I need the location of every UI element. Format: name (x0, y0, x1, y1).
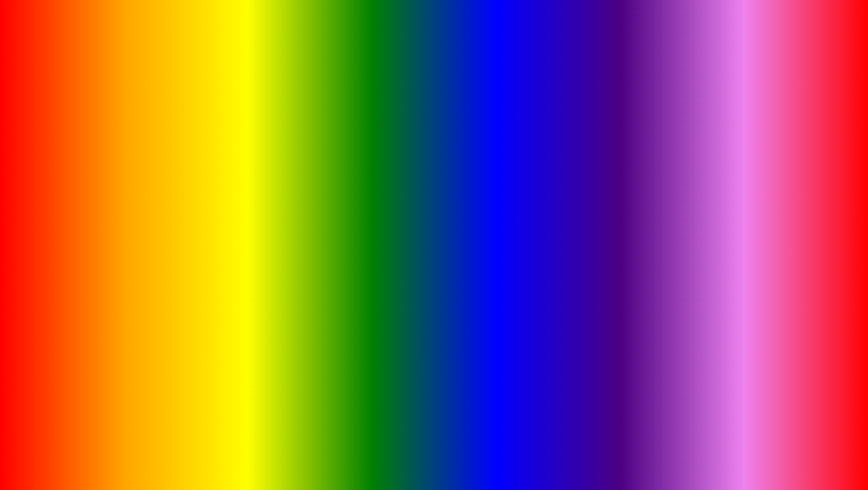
nav-cart-icon[interactable] (167, 147, 177, 157)
bf-logo-bottom-right: 💀 BLOX FRUITS (727, 440, 823, 477)
title-letter-x: X (344, 9, 392, 83)
popup-divider-mid (149, 269, 283, 270)
crown-icon-2: 👑 (711, 197, 718, 204)
select-fast-attack-dropdown[interactable]: Select FastAttack : Mobile ▼ (160, 178, 267, 187)
nav-home-icon-right[interactable] (682, 147, 692, 157)
mastery-label: AutoFarmMastery (44, 227, 151, 232)
select-weapon-dropdown[interactable]: Select Weapon : Melee ▼ (44, 211, 151, 221)
crown-icon-3: 👑 (711, 214, 718, 221)
popup-divider-top (149, 249, 283, 249)
deco-pink-shape (783, 325, 819, 396)
popup-auto-hop-item[interactable]: Auto Full Moon Hop (149, 272, 283, 285)
autofarmfast-item[interactable]: AutoFarmFast (44, 194, 151, 205)
nav-chart-icon-right[interactable] (699, 147, 709, 157)
auto-awaken-item[interactable]: 👑 Auto Awaken (709, 212, 824, 223)
navbar-right (579, 145, 828, 161)
svg-point-16 (586, 216, 587, 217)
popup-spawn-item: Spawn : Full Moon (149, 254, 283, 267)
nav-home-icon[interactable] (133, 147, 143, 157)
bf-blox-text: BLOX (765, 440, 823, 459)
buy-chips-label: Buy Chips (709, 246, 824, 251)
nav-progress-bar-left (40, 159, 271, 160)
svg-point-8 (720, 155, 721, 156)
svg-rect-12 (734, 153, 738, 156)
x-label-right: X (622, 135, 625, 141)
bottom-pastebin: PASTEBIN (556, 438, 717, 475)
rightctrl-left: [ RightControl ] (235, 136, 265, 141)
svg-point-2 (174, 155, 175, 156)
title-letter-s: S (628, 9, 676, 83)
svg-point-0 (119, 149, 123, 153)
divider-1 (44, 174, 151, 175)
rightctrl-right: [ RightControl ] (793, 136, 823, 141)
divider-7 (160, 190, 267, 191)
nav-user-icon[interactable] (116, 147, 126, 157)
titlebar-left: PLAYBACK X HUB 11:27:45 | February 02, 2… (40, 132, 271, 145)
timestamp-right: 11:28:08 | February 02, 2023 (643, 135, 707, 141)
nav-grid-icon-right[interactable] (733, 147, 743, 157)
nav-progress-bar-right (579, 159, 828, 160)
nav-chart-icon[interactable] (150, 147, 160, 157)
logo-diamond-right (583, 133, 594, 143)
divider-r2 (584, 195, 699, 195)
svg-rect-10 (734, 149, 738, 152)
title-letter-i: I (561, 9, 583, 83)
divider-r1 (584, 179, 699, 179)
playback-label-right: PLAYBACK X HUB (594, 135, 637, 141)
kill-aura-item[interactable]: 👑 Kill Aura (709, 178, 824, 189)
svg-point-14 (586, 189, 587, 190)
bring-monster-item[interactable]: BringMonster (160, 210, 267, 221)
svg-point-17 (589, 216, 590, 217)
svg-rect-3 (186, 149, 189, 152)
playback-label-left: PLAYBACK X HUB (54, 135, 98, 141)
bg-glow-center (273, 49, 588, 363)
divider-r3 (584, 206, 699, 206)
bf-fruits-text: FRUITS (765, 459, 823, 477)
autopage-title: Auto Page6 (709, 165, 824, 171)
bf-logo-inner: 💀 BLOX FRUITS (727, 440, 823, 477)
divider-3 (44, 208, 151, 208)
autofarm-item[interactable]: AutoFarm (44, 178, 151, 188)
auto-start-page6-item[interactable]: 👑 AutoSartPage6 (709, 229, 824, 240)
next-islands-item[interactable]: 👑 Next Islands (709, 195, 824, 206)
svg-rect-5 (186, 153, 189, 156)
skull-emoji-icon: 💀 (734, 448, 756, 469)
title-letter-r: R (458, 9, 510, 83)
bottom-script: SCRIPT (430, 438, 549, 475)
title-letter-u: U (510, 9, 561, 83)
logo-diamond-left (44, 133, 54, 143)
auto-buy-item[interactable]: Auto Buy (584, 182, 699, 192)
bf-skull-circle: 💀 (727, 441, 763, 477)
divider-rr1 (709, 174, 824, 175)
nav-user-icon-right[interactable] (665, 147, 675, 157)
window-autobuy: PLAYBACK X HUB 11:28:08 | February 02, 2… (578, 130, 830, 259)
auto-buy-haki-item[interactable]: Auto Buy Enchanment Haki (584, 209, 699, 219)
divider-rr3 (709, 209, 824, 209)
main-title: BLOX FRUITS (0, 8, 868, 85)
timestamp-left: 11:27:45 | February 02, 2023 (103, 135, 167, 141)
nav-grid-icon[interactable] (184, 147, 194, 157)
window-content-right: Select Buy : ▼ Auto Buy AutoBuy Auto Buy… (579, 161, 828, 258)
diamond-icon-1 (45, 180, 51, 186)
mastery-bf-item[interactable]: AutoFarm Mastery BF (44, 238, 151, 249)
cart-icon-1 (585, 184, 591, 190)
svg-point-19 (589, 232, 590, 232)
svg-rect-13 (738, 153, 742, 156)
divider-5 (44, 235, 151, 235)
navbar-left (40, 145, 271, 161)
diamond-icon-2 (45, 196, 51, 203)
crown-icon-1: 👑 (711, 180, 718, 187)
panel-autopage: Auto Page6 👑 Kill Aura 👑 Next Islands 👑 … (704, 161, 829, 258)
svg-rect-6 (190, 153, 193, 156)
logo-right: PLAYBACK X HUB (585, 134, 637, 142)
popup-spawn-label: Spawn : Full Moon (149, 257, 201, 264)
divider-8 (160, 207, 267, 207)
auto-buy-sword-item[interactable]: Auto Buy Legendary Sword (584, 225, 699, 235)
nav-cart-icon-right[interactable] (716, 147, 726, 157)
select-buy-dropdown[interactable]: Select Buy : ▼ (584, 165, 699, 175)
svg-point-15 (589, 189, 590, 190)
settings-title: Settings (160, 165, 267, 171)
divider-4 (44, 223, 151, 224)
svg-point-1 (171, 155, 172, 156)
fast-attack-item[interactable]: FastAttack (160, 193, 267, 204)
